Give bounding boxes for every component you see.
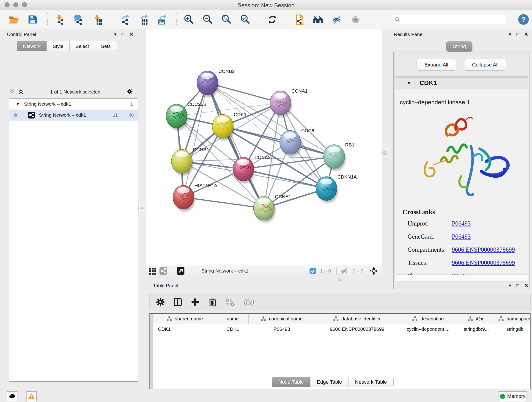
hidden-elements-icon[interactable] bbox=[340, 267, 348, 275]
table-settings-gear-icon[interactable] bbox=[155, 297, 166, 307]
open-in-new-window-icon[interactable] bbox=[176, 267, 185, 275]
memory-button[interactable]: Memory bbox=[499, 391, 527, 401]
crosslink-value-link[interactable]: P06493 bbox=[452, 220, 471, 227]
node-CDC6[interactable] bbox=[280, 130, 302, 157]
expand-all-networks-icon[interactable] bbox=[9, 88, 16, 96]
bottom-splitter-handle[interactable] bbox=[338, 278, 341, 281]
tab-style[interactable]: Style bbox=[47, 41, 70, 51]
export-table-button[interactable] bbox=[137, 13, 149, 26]
table-type-tabs: Node Table Edge Table Network Table bbox=[272, 377, 394, 387]
tab-sets[interactable]: Sets bbox=[95, 41, 117, 51]
zoom-out-button[interactable] bbox=[202, 13, 214, 26]
panel-menu-icon[interactable]: ▾ bbox=[114, 32, 116, 37]
node-CDKN1A[interactable] bbox=[316, 177, 338, 203]
tab-network[interactable]: Network bbox=[17, 41, 47, 51]
search-input[interactable] bbox=[392, 15, 506, 24]
inspect-button[interactable] bbox=[350, 13, 361, 26]
crosslink-value-link[interactable]: 9606.ENSP00000378699 bbox=[452, 246, 515, 253]
tab-string[interactable]: String bbox=[446, 41, 472, 51]
column-header-name[interactable]: name bbox=[217, 314, 249, 324]
import-table-button[interactable] bbox=[91, 13, 103, 26]
node-CCNB2[interactable] bbox=[197, 71, 219, 97]
tab-network-table[interactable]: Network Table bbox=[349, 377, 394, 387]
edge-CDK1-RB1[interactable] bbox=[223, 126, 334, 157]
selected-checkbox-icon[interactable] bbox=[309, 268, 316, 274]
collapse-all-networks-icon[interactable] bbox=[17, 88, 24, 96]
cloud-status-button[interactable] bbox=[7, 391, 17, 401]
hide-panel-button[interactable] bbox=[331, 13, 343, 26]
column-header-description[interactable]: description bbox=[399, 314, 457, 324]
node-CCNA2[interactable] bbox=[233, 157, 255, 183]
share-document-button[interactable] bbox=[293, 13, 305, 26]
panel-menu-icon[interactable]: ▾ bbox=[509, 32, 511, 37]
panel-float-icon[interactable]: □ bbox=[121, 32, 124, 37]
cdk1-section-header[interactable]: ▼ CDK1 bbox=[395, 78, 528, 89]
add-column-icon[interactable] bbox=[190, 297, 201, 307]
network-collection-row[interactable]: ▼ String Network – cdk1 1 bbox=[9, 99, 138, 109]
column-header-shared-name[interactable]: shared name bbox=[153, 314, 217, 324]
panel-close-icon[interactable]: ✕ bbox=[524, 32, 528, 37]
help-button[interactable]: ? bbox=[518, 14, 529, 25]
column-header-canonical-name[interactable]: canonical name bbox=[249, 314, 315, 324]
zoom-fit-button[interactable] bbox=[220, 13, 232, 26]
home-button[interactable] bbox=[312, 13, 324, 26]
results-scrollbar[interactable] bbox=[394, 274, 528, 281]
panel-menu-icon[interactable]: ▾ bbox=[509, 283, 511, 288]
left-splitter-handle[interactable] bbox=[138, 205, 145, 211]
delete-column-icon[interactable] bbox=[207, 297, 218, 307]
network-view-canvas[interactable]: CCNB2CCNA1CDC25BCDK1CDC6RB1CCNB1CCNA2CDK… bbox=[146, 29, 382, 265]
expand-all-button[interactable]: Expand All bbox=[417, 59, 456, 70]
node-HIST1H1A[interactable] bbox=[173, 185, 195, 211]
warning-status-button[interactable] bbox=[26, 391, 37, 401]
export-image-button[interactable] bbox=[156, 13, 168, 26]
section-collapse-icon[interactable]: ▼ bbox=[407, 80, 411, 86]
node-CDK1[interactable] bbox=[212, 114, 234, 140]
network-row-selected[interactable]: String Network – cdk1 11 48 bbox=[9, 109, 138, 121]
table-cell[interactable]: stringdb bbox=[495, 324, 530, 334]
node-RB1[interactable] bbox=[323, 145, 346, 171]
panel-float-icon[interactable]: □ bbox=[516, 32, 519, 37]
panel-close-icon[interactable]: ✕ bbox=[129, 32, 133, 37]
table-cell[interactable]: 9606.ENSP00000378699 bbox=[315, 324, 399, 334]
string-network-graph[interactable]: CCNB2CCNA1CDC25BCDK1CDC6RB1CCNB1CCNA2CDK… bbox=[146, 29, 382, 265]
pan-target-icon[interactable] bbox=[369, 267, 378, 275]
node-label-CDC25B: CDC25B bbox=[188, 102, 207, 107]
collection-collapse-icon[interactable]: ▼ bbox=[16, 102, 20, 107]
tab-select[interactable]: Select bbox=[70, 41, 95, 51]
column-header-namespace[interactable]: namespace bbox=[495, 314, 530, 324]
network-options-gear-icon[interactable] bbox=[126, 88, 133, 96]
edge-HIST1H1A-CCNE1[interactable] bbox=[184, 197, 264, 208]
table-cell[interactable]: CDK1 bbox=[217, 324, 249, 334]
node-CCNA1[interactable] bbox=[270, 91, 292, 117]
table-cell[interactable]: CDK1 bbox=[153, 324, 217, 334]
import-database-button[interactable] bbox=[72, 13, 84, 26]
table-cell[interactable]: cyclin–dependent ... bbox=[399, 324, 457, 334]
crosslink-value-link[interactable]: 9606.ENSP00000378699 bbox=[452, 259, 515, 266]
zoom-in-button[interactable] bbox=[183, 13, 195, 26]
zoom-selected-button[interactable] bbox=[239, 13, 251, 26]
column-header--id[interactable]: @id bbox=[457, 314, 495, 324]
show-columns-icon[interactable] bbox=[172, 297, 183, 307]
export-network-button[interactable] bbox=[118, 13, 130, 26]
save-session-button[interactable] bbox=[27, 13, 38, 26]
import-network-button[interactable] bbox=[54, 13, 65, 26]
edge-CCNB2-HIST1H1A[interactable] bbox=[184, 83, 208, 197]
node-CCNE1[interactable] bbox=[253, 196, 275, 223]
panel-close-icon[interactable]: ✕ bbox=[524, 283, 528, 288]
table-cell[interactable]: P06493 bbox=[249, 324, 315, 334]
open-session-button[interactable] bbox=[8, 13, 20, 26]
panel-float-icon[interactable]: □ bbox=[516, 283, 519, 288]
collapse-all-button[interactable]: Collapse All bbox=[464, 59, 507, 70]
table-cell[interactable]: stringdb:9... bbox=[457, 324, 495, 334]
crosslink-value-link[interactable]: P06493 bbox=[452, 233, 471, 240]
birds-eye-view-icon[interactable] bbox=[148, 267, 157, 275]
table-row[interactable]: CDK1CDK1P064939606.ENSP00000378699cyclin… bbox=[153, 324, 530, 334]
tab-edge-table[interactable]: Edge Table bbox=[310, 377, 349, 387]
selected-count: 1 – 0 bbox=[320, 268, 331, 274]
network-badge-gray-icon[interactable] bbox=[159, 267, 168, 275]
tab-node-table[interactable]: Node Table bbox=[272, 377, 310, 387]
refresh-layout-button[interactable] bbox=[266, 13, 278, 26]
right-splitter-handle[interactable] bbox=[382, 151, 386, 155]
column-header-database-identifier[interactable]: database identifier bbox=[315, 314, 399, 324]
shared-column-icon bbox=[468, 316, 473, 322]
